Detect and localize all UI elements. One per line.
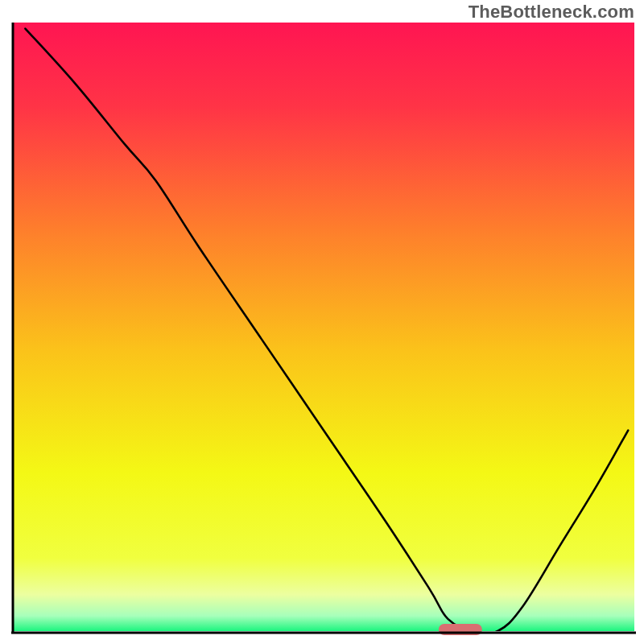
watermark-label: TheBottleneck.com xyxy=(469,2,634,23)
chart-container: TheBottleneck.com xyxy=(0,0,644,644)
gradient-background xyxy=(13,23,634,631)
chart-svg xyxy=(0,0,644,644)
